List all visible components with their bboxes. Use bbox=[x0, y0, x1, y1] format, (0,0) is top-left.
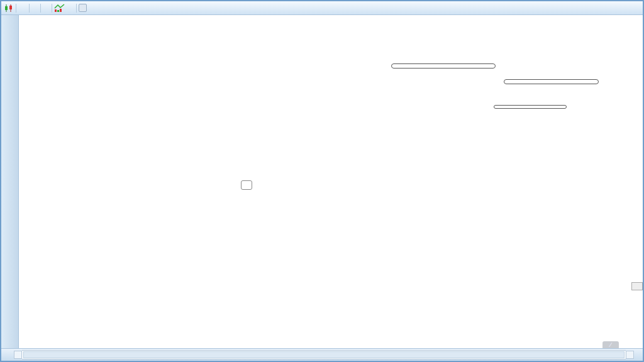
prorealtime-window: ∕ bbox=[0, 0, 644, 362]
drawing-toolbar bbox=[1, 15, 19, 348]
scroll-left-button[interactable] bbox=[14, 351, 22, 359]
analysis-note-box[interactable] bbox=[391, 63, 496, 69]
count-badge[interactable] bbox=[241, 180, 252, 190]
units-selector[interactable] bbox=[43, 8, 50, 9]
price-chart-canvas[interactable] bbox=[1, 15, 644, 351]
scroll-right-button[interactable] bbox=[626, 351, 634, 359]
timeframe-selector[interactable] bbox=[31, 8, 38, 9]
top-toolbar bbox=[1, 1, 643, 15]
indicators-button[interactable] bbox=[67, 8, 74, 9]
candlestick-chart-icon bbox=[4, 4, 14, 13]
indicators-icon bbox=[54, 4, 65, 13]
symbol-selector[interactable] bbox=[20, 8, 27, 9]
horizontal-scrollbar[interactable] bbox=[14, 351, 634, 359]
panel-handle[interactable] bbox=[631, 282, 643, 290]
scrollbar-thumb[interactable] bbox=[23, 351, 625, 358]
info-icon[interactable] bbox=[79, 4, 87, 12]
bottom-toolbar bbox=[1, 348, 643, 361]
weekly-open-price-box[interactable] bbox=[494, 105, 567, 109]
scrollbar-track[interactable] bbox=[22, 350, 626, 359]
weekly-open-note-box[interactable] bbox=[504, 79, 599, 84]
